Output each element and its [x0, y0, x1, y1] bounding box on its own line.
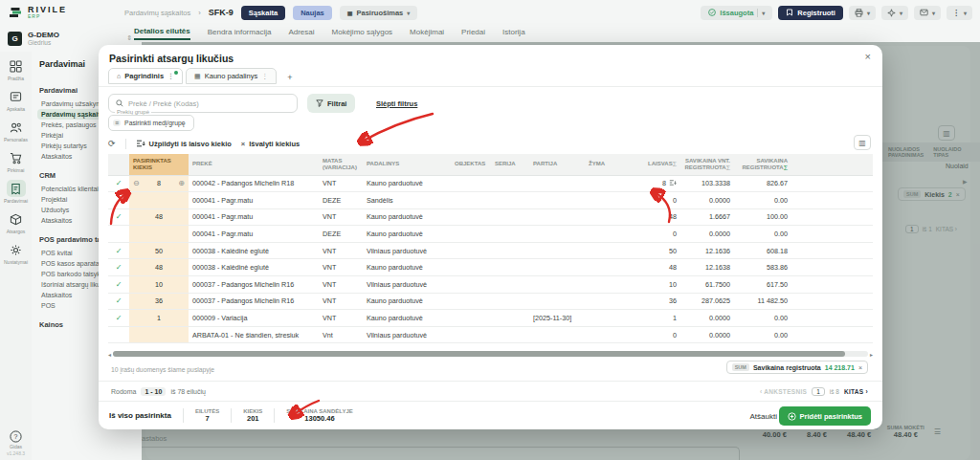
- tab-istorija[interactable]: Istorija: [502, 28, 525, 39]
- col-cost-unit[interactable]: SAVIKAINA VNT. REGISTRUOTAΣ: [680, 154, 734, 175]
- rail-item-prad-ia[interactable]: Pradžia: [2, 57, 31, 81]
- selected-qty-cell[interactable]: 36: [129, 293, 189, 310]
- cancel-button[interactable]: Atšaukti: [750, 412, 777, 421]
- add-view-tab-button[interactable]: +: [279, 71, 300, 84]
- scroll-right-icon[interactable]: ▸: [870, 351, 873, 358]
- col-product[interactable]: PREKĖ: [189, 154, 319, 175]
- tab-mok-jimo-s-lygos[interactable]: Mokėjimo sąlygos: [332, 28, 393, 39]
- table-row: ARBATA-01 - Ne šiandien, stresiukVntViln…: [108, 326, 873, 343]
- modal-sum-chip[interactable]: SUM Savikaina registruota 14 218.71 ×: [726, 361, 868, 374]
- scrollbar-thumb[interactable]: [113, 351, 845, 357]
- tag-cell: [585, 226, 619, 243]
- filters-button[interactable]: Filtrai: [307, 94, 355, 113]
- product-group-input[interactable]: ≡ Pasirinkti medį/grupę: [108, 115, 194, 131]
- tab-detalios-eilut-s[interactable]: Detalios eilutės: [134, 27, 190, 40]
- rail-item-personalas[interactable]: Personalas: [2, 119, 31, 142]
- add-selected-button[interactable]: Pridėti pasirinktus: [779, 406, 871, 426]
- next-page-button[interactable]: KITAS ›: [844, 388, 868, 395]
- row-selected-check[interactable]: [108, 192, 129, 209]
- selected-qty-cell[interactable]: [129, 226, 189, 243]
- modal-close-icon[interactable]: ×: [865, 51, 871, 62]
- modal-tab-kauno-padalinys[interactable]: ▦Kauno padalinys⋮: [186, 68, 277, 84]
- close-icon[interactable]: ×: [858, 364, 862, 371]
- selected-qty-cell[interactable]: 10: [129, 276, 189, 294]
- selected-qty-cell[interactable]: 50: [129, 242, 189, 259]
- row-selected-check[interactable]: ✓: [108, 276, 129, 294]
- clear-quantities-button[interactable]: × Išvalyti kiekius: [241, 140, 300, 148]
- sum-icon[interactable]: Σ: [673, 161, 677, 167]
- horizontal-scrollbar[interactable]: ◂ ▸: [108, 350, 873, 358]
- row-selected-check[interactable]: [108, 326, 129, 343]
- col-tag[interactable]: ŽYMA: [585, 154, 619, 175]
- rail-item-apskaita[interactable]: Apskaita: [2, 88, 31, 112]
- free-qty-cell: 0: [619, 326, 680, 343]
- rail-item-nustatymai[interactable]: Nustatymai: [2, 241, 31, 265]
- row-selected-check[interactable]: ✓: [108, 310, 129, 327]
- more-menu[interactable]: ⋮ ▾: [947, 6, 972, 20]
- rail-item-atsargos[interactable]: Atsargos: [2, 210, 31, 234]
- col-branch[interactable]: PADALINYS: [363, 154, 451, 175]
- cost-registered-cell: 0.00: [734, 192, 791, 209]
- selected-qty-cell[interactable]: [129, 326, 189, 343]
- fill-from-free-qty-button[interactable]: Užpildyti iš laisvo kiekio: [136, 139, 232, 148]
- free-qty-wrap: 1: [673, 314, 677, 322]
- batch-cell: [529, 242, 585, 259]
- status-dropdown[interactable]: ▦ Pasiruošimas ▾: [340, 6, 417, 20]
- col-selected-qty[interactable]: PASIRINKTAS KIEKIS: [129, 154, 189, 175]
- branch-cell: Vilniaus parduotuvė: [363, 326, 451, 343]
- previous-page-button[interactable]: ‹ ANKSTESNIS: [760, 388, 807, 395]
- sum-icon[interactable]: Σ: [726, 164, 730, 171]
- col-object[interactable]: OBJEKTAS: [451, 154, 491, 175]
- rail-item-pardavimai[interactable]: Pardavimai: [2, 180, 31, 204]
- column-picker-icon[interactable]: ▥: [854, 135, 871, 150]
- col-cost-registered[interactable]: SAVIKAINA REGISTRUOTAΣ: [734, 154, 791, 175]
- scroll-left-icon[interactable]: ◂: [108, 351, 111, 358]
- chevron-down-icon[interactable]: ▾: [762, 10, 765, 16]
- register-button[interactable]: Registruoti: [778, 6, 843, 20]
- selected-qty-cell[interactable]: 48: [129, 259, 189, 276]
- rail-item-pirkimai[interactable]: Pirkimai: [2, 149, 31, 173]
- selected-qty-cell[interactable]: 1: [129, 310, 189, 327]
- row-selected-check[interactable]: ✓: [108, 293, 129, 310]
- tab-adresai[interactable]: Adresai: [288, 28, 314, 39]
- qty-value[interactable]: 8: [157, 179, 161, 187]
- selected-qty-cell[interactable]: 48: [129, 208, 189, 226]
- selected-qty-cell[interactable]: [129, 192, 189, 209]
- tab-bendra-informacija[interactable]: Bendra informacija: [208, 28, 272, 39]
- col-batch[interactable]: PARTIJA: [529, 154, 585, 175]
- fill-row-qty-icon[interactable]: [669, 179, 677, 188]
- breadcrumb-parent[interactable]: Pardavimų sąskaitos: [124, 9, 190, 17]
- modal-tab-pagrindinis[interactable]: ⌂Pagrindinis⋮: [108, 68, 183, 84]
- col-series[interactable]: SERIJA: [491, 154, 529, 175]
- invoice-type-button[interactable]: Sąskaita: [241, 6, 285, 20]
- saved-status-button[interactable]: Išsaugota ▾: [701, 6, 772, 20]
- email-dropdown[interactable]: ▾: [914, 6, 941, 20]
- col-unit[interactable]: MATAS (VARIACIJA): [319, 154, 363, 175]
- refresh-icon[interactable]: ⟳: [108, 139, 116, 148]
- unit-cell: VNT: [319, 175, 363, 192]
- kebab-icon[interactable]: ⋮: [167, 73, 174, 80]
- plus-icon[interactable]: ⊕: [178, 179, 185, 187]
- chevron-down-icon: ▾: [867, 10, 870, 16]
- free-qty-value: 50: [669, 247, 677, 255]
- send-dropdown[interactable]: ▾: [881, 6, 908, 20]
- print-dropdown[interactable]: ▾: [849, 6, 876, 20]
- sum-icon-active[interactable]: Σ: [784, 164, 788, 171]
- page-number-input[interactable]: 1: [812, 387, 825, 396]
- row-selected-check[interactable]: ✓: [108, 259, 129, 276]
- kebab-icon[interactable]: ⋮: [261, 73, 268, 80]
- col-free[interactable]: LAISVASΣ: [619, 154, 680, 175]
- guide-icon[interactable]: ?: [10, 430, 22, 443]
- unit-cell: VNT: [319, 259, 363, 276]
- tab-mok-jimai[interactable]: Mokėjimai: [410, 28, 444, 39]
- row-selected-check[interactable]: ✓: [108, 208, 129, 226]
- new-button[interactable]: Naujas: [293, 6, 332, 20]
- selected-qty-cell[interactable]: ⊖8⊕: [129, 175, 189, 192]
- tab-priedai[interactable]: Priedai: [461, 28, 485, 39]
- row-selected-check[interactable]: ✓: [108, 242, 129, 259]
- minus-icon[interactable]: ⊖: [133, 179, 140, 187]
- row-selected-check[interactable]: ✓: [108, 175, 129, 192]
- row-selected-check[interactable]: [108, 226, 129, 243]
- hide-filters-link[interactable]: Slėpti filtrus: [376, 99, 417, 108]
- object-cell: [451, 326, 491, 343]
